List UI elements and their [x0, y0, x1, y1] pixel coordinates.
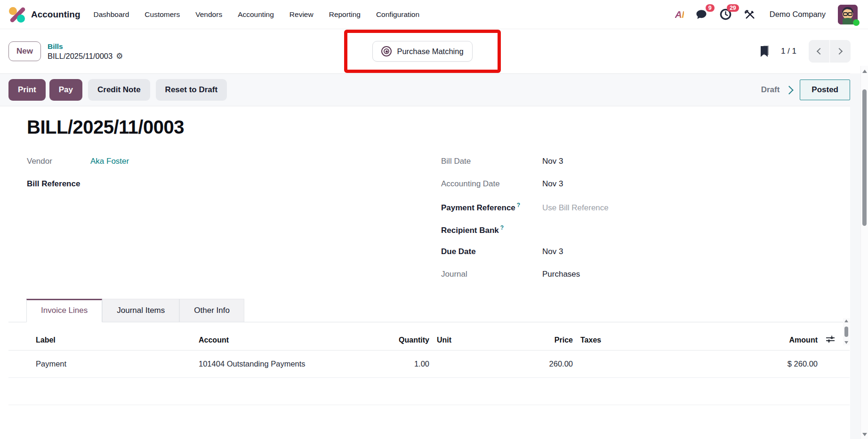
- row-amount[interactable]: $ 260.00: [624, 359, 821, 368]
- bill-date-value[interactable]: Nov 3: [542, 157, 563, 166]
- inner-scrollbar[interactable]: [843, 318, 850, 345]
- control-panel: New Bills BILL/2025/11/0003 ⚙ Purchase M…: [0, 29, 868, 73]
- breadcrumb-current: BILL/2025/11/0003: [48, 52, 113, 61]
- header-account[interactable]: Account: [189, 336, 384, 344]
- activities-icon[interactable]: 29: [719, 8, 733, 22]
- ai-icon[interactable]: AI: [675, 9, 684, 20]
- menu-configuration[interactable]: Configuration: [376, 10, 419, 19]
- row-price[interactable]: 260.00: [475, 359, 577, 368]
- pager-next-button[interactable]: [830, 40, 851, 63]
- tab-journal-items[interactable]: Journal Items: [102, 299, 179, 322]
- bullseye-icon: [381, 46, 392, 56]
- menu-dashboard[interactable]: Dashboard: [94, 10, 129, 19]
- bookmark-mark-layer: [761, 46, 768, 57]
- inner-scrollbar-thumb[interactable]: [844, 327, 848, 337]
- menu-review[interactable]: Review: [289, 10, 313, 19]
- print-button[interactable]: Print: [8, 79, 46, 101]
- bill-date-label: Bill Date: [441, 157, 542, 166]
- new-button[interactable]: New: [8, 41, 41, 61]
- company-switcher[interactable]: Demo Company: [770, 10, 826, 19]
- tab-other-info[interactable]: Other Info: [179, 299, 244, 322]
- activities-badge: 29: [727, 4, 739, 12]
- header-quantity[interactable]: Quantity: [384, 336, 433, 344]
- inner-scroll-up-arrow[interactable]: [844, 319, 848, 322]
- field-payment-reference: Payment Reference? Use Bill Reference: [441, 202, 868, 216]
- inner-scroll-down-arrow[interactable]: [844, 341, 848, 344]
- header-amount[interactable]: Amount: [624, 336, 821, 344]
- menu-reporting[interactable]: Reporting: [329, 10, 361, 19]
- purchase-matching-label: Purchase Matching: [397, 47, 463, 56]
- status-bar: Draft Posted: [761, 80, 850, 100]
- vertical-scrollbar[interactable]: [860, 66, 868, 439]
- bill-fields: Vendor Aka Foster Bill Reference Bill Da…: [27, 157, 868, 283]
- table-row[interactable]: Payment 101404 Outstanding Payments 1.00…: [8, 351, 850, 378]
- main-menu: Dashboard Customers Vendors Accounting R…: [94, 10, 420, 19]
- journal-label: Journal: [441, 270, 542, 279]
- pay-button[interactable]: Pay: [49, 79, 82, 101]
- reset-to-draft-button[interactable]: Reset to Draft: [156, 79, 227, 101]
- messages-badge: 9: [706, 4, 715, 12]
- pager-previous-button[interactable]: [809, 40, 829, 63]
- status-draft[interactable]: Draft: [761, 85, 780, 95]
- credit-note-button[interactable]: Credit Note: [88, 79, 150, 101]
- purchase-matching-button[interactable]: Purchase Matching: [372, 41, 472, 62]
- online-status-dot: [853, 19, 860, 26]
- messages-icon[interactable]: 9: [694, 8, 708, 22]
- page-gutter: [850, 73, 860, 439]
- journal-value[interactable]: Purchases: [542, 270, 580, 279]
- menu-customers[interactable]: Customers: [145, 10, 180, 19]
- action-bar: Print Pay Credit Note Reset to Draft Dra…: [0, 73, 868, 106]
- chevron-right-icon: [836, 48, 843, 55]
- logo-dot-teal: [17, 15, 25, 23]
- menu-accounting[interactable]: Accounting: [238, 10, 274, 19]
- accounting-app-icon[interactable]: [8, 6, 25, 23]
- chat-bubble-icon: [695, 8, 707, 21]
- header-taxes[interactable]: Taxes: [577, 336, 624, 344]
- field-bill-date: Bill Date Nov 3: [441, 157, 868, 170]
- header-label[interactable]: Label: [29, 336, 189, 344]
- field-accounting-date: Accounting Date Nov 3: [441, 179, 868, 193]
- header-price[interactable]: Price: [475, 336, 577, 344]
- notebook-tabs: Invoice Lines Journal Items Other Info: [8, 299, 850, 322]
- scroll-up-arrow[interactable]: [862, 70, 867, 73]
- field-recipient-bank: Recipient Bank?: [441, 224, 868, 238]
- top-navbar: Accounting Dashboard Customers Vendors A…: [0, 0, 868, 29]
- row-quantity[interactable]: 1.00: [384, 359, 433, 368]
- bill-form-sheet: BILL/2025/11/0003 Vendor Aka Foster Bill…: [0, 106, 868, 439]
- help-question-icon: ?: [517, 202, 520, 208]
- pager-count: 1 / 1: [781, 47, 796, 56]
- payment-reference-input[interactable]: Use Bill Reference: [542, 203, 609, 213]
- bill-title: BILL/2025/11/0003: [0, 106, 868, 138]
- user-avatar[interactable]: [838, 5, 858, 24]
- empty-table-row: [8, 378, 850, 405]
- status-posted: Posted: [800, 80, 850, 100]
- row-label[interactable]: Payment: [29, 359, 189, 368]
- gear-icon[interactable]: ⚙: [116, 52, 123, 60]
- bookmark-icon[interactable]: [761, 46, 769, 57]
- header-unit[interactable]: Unit: [433, 336, 475, 344]
- row-account[interactable]: 101404 Outstanding Payments: [189, 359, 384, 368]
- vendor-label: Vendor: [27, 157, 90, 166]
- field-due-date: Due Date Nov 3: [441, 247, 868, 261]
- scrollbar-thumb[interactable]: [862, 89, 867, 226]
- wrench-screwdriver-icon: [744, 8, 756, 20]
- debug-tools-icon[interactable]: [743, 8, 757, 22]
- scroll-down-arrow[interactable]: [862, 433, 867, 436]
- menu-vendors[interactable]: Vendors: [195, 10, 222, 19]
- bill-reference-label: Bill Reference: [27, 179, 90, 189]
- vendor-value-link[interactable]: Aka Foster: [90, 157, 129, 166]
- accounting-date-value[interactable]: Nov 3: [542, 179, 563, 189]
- app-name[interactable]: Accounting: [31, 9, 80, 20]
- logo-dot-yellow: [9, 7, 17, 15]
- chevron-left-icon: [817, 48, 823, 55]
- breadcrumb-bills-link[interactable]: Bills: [48, 42, 123, 51]
- table-header-row: Label Account Quantity Unit Price Taxes …: [8, 330, 850, 351]
- payment-reference-label: Payment Reference?: [441, 202, 542, 213]
- field-journal: Journal Purchases: [441, 270, 868, 283]
- recipient-bank-label: Recipient Bank?: [441, 224, 542, 235]
- status-arrow-icon: [785, 86, 794, 94]
- due-date-label: Due Date: [441, 247, 542, 256]
- due-date-value[interactable]: Nov 3: [542, 247, 563, 256]
- field-bill-reference: Bill Reference: [27, 179, 347, 193]
- tab-invoice-lines[interactable]: Invoice Lines: [26, 299, 102, 322]
